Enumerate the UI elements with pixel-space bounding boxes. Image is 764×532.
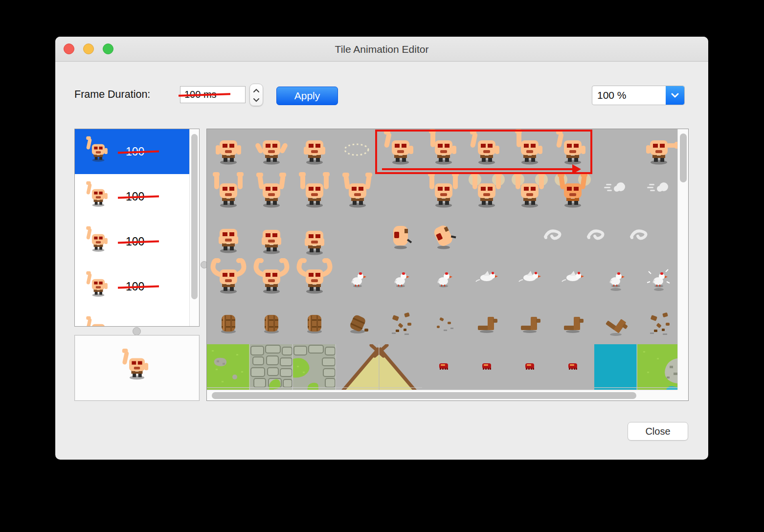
tile-barrel[interactable] xyxy=(293,301,336,344)
tile-chicken[interactable] xyxy=(422,258,465,301)
tile-chicken[interactable] xyxy=(336,258,379,301)
tile-grass[interactable] xyxy=(207,344,250,391)
tile-grassrock[interactable] xyxy=(637,344,678,391)
tile-barrel[interactable] xyxy=(207,301,250,344)
tile-bug[interactable] xyxy=(422,344,465,391)
barrel-sprite xyxy=(207,301,250,344)
tileset-row xyxy=(207,301,678,344)
tile-man-roll[interactable] xyxy=(379,215,422,258)
man-stand-sprite xyxy=(207,129,250,172)
man-curl2-sprite xyxy=(250,258,293,301)
tile-chicken[interactable] xyxy=(379,258,422,301)
tile-empty[interactable] xyxy=(336,215,379,258)
close-window-icon[interactable] xyxy=(64,44,74,54)
tile-stool[interactable] xyxy=(508,301,551,344)
tile-man-hunch[interactable] xyxy=(207,215,250,258)
barrel-broken-sprite xyxy=(336,301,379,344)
tile-man-up2[interactable] xyxy=(250,172,293,215)
tile-man-curl[interactable] xyxy=(207,258,250,301)
chicken-fly-sprite xyxy=(508,258,551,301)
preview-sprite xyxy=(118,348,156,388)
tile-stonegrass[interactable] xyxy=(293,344,336,391)
close-button[interactable]: Close xyxy=(628,422,688,441)
tile-man-up-glow[interactable] xyxy=(508,172,551,215)
zoom-window-icon[interactable] xyxy=(103,44,113,54)
tile-man-punch[interactable] xyxy=(637,129,678,172)
tile-man-curl[interactable] xyxy=(293,258,336,301)
chicken-sprite xyxy=(336,258,379,301)
tile-smoke-dash[interactable] xyxy=(637,172,678,215)
tile-chicken-fly[interactable] xyxy=(465,258,508,301)
frame-list-scrollbar-thumb[interactable] xyxy=(191,134,198,299)
frame-item[interactable]: 100 xyxy=(75,309,189,326)
tileset-hscrollbar[interactable] xyxy=(207,390,678,400)
tile-man-wide[interactable] xyxy=(250,129,293,172)
zoom-select[interactable]: 100 % xyxy=(592,86,685,105)
tile-stool[interactable] xyxy=(465,301,508,344)
tile-bug[interactable] xyxy=(465,344,508,391)
stepper-down-icon[interactable] xyxy=(253,95,259,104)
tile-smoke-dash[interactable] xyxy=(594,172,637,215)
tile-bug[interactable] xyxy=(508,344,551,391)
tile-chicken-flap[interactable] xyxy=(637,258,678,301)
apply-button[interactable]: Apply xyxy=(276,87,338,105)
smoke-dash-sprite xyxy=(637,172,678,215)
man-hunch2-sprite xyxy=(250,215,293,258)
tile-smoke-swirl[interactable] xyxy=(637,215,678,258)
tileset-row xyxy=(207,258,678,301)
tile-ellipse[interactable] xyxy=(336,129,379,172)
frame-item[interactable]: 100 xyxy=(75,174,189,219)
tile-chicken-fly[interactable] xyxy=(551,258,594,301)
tile-man-stand[interactable] xyxy=(207,129,250,172)
tile-man-up-glow[interactable] xyxy=(465,172,508,215)
tile-water[interactable] xyxy=(594,344,637,391)
tile-barrel-broken[interactable] xyxy=(336,301,379,344)
minimize-window-icon[interactable] xyxy=(83,44,94,54)
chevron-down-icon[interactable] xyxy=(666,86,684,105)
tile-chicken-fly[interactable] xyxy=(508,258,551,301)
tile-debris-sm[interactable] xyxy=(422,301,465,344)
man-up2-sprite xyxy=(336,172,379,215)
man-wave-sprite xyxy=(83,136,114,167)
tile-man-up-hot[interactable] xyxy=(551,172,594,215)
tile-empty[interactable] xyxy=(379,172,422,215)
tile-man-stand2[interactable] xyxy=(293,129,336,172)
tile-man-up[interactable] xyxy=(422,172,465,215)
man-hunch-sprite xyxy=(207,215,250,258)
tile-man-up2[interactable] xyxy=(336,172,379,215)
man-up-glow-sprite xyxy=(508,172,551,215)
tile-stool[interactable] xyxy=(551,301,594,344)
chicken-fly-sprite xyxy=(551,258,594,301)
tile-barrel[interactable] xyxy=(250,301,293,344)
tile-debris[interactable] xyxy=(637,301,678,344)
tile-man-crouch[interactable] xyxy=(293,215,336,258)
frame-duration-stepper[interactable] xyxy=(249,84,263,106)
man-wave-sprite xyxy=(83,271,114,302)
tile-stone[interactable] xyxy=(250,344,293,391)
tile-chicken-land[interactable] xyxy=(594,258,637,301)
tile-man-roll2[interactable] xyxy=(422,215,465,258)
tile-man-up[interactable] xyxy=(293,172,336,215)
stepper-up-icon[interactable] xyxy=(253,86,259,94)
frame-item[interactable]: 100 xyxy=(75,129,189,174)
man-up-sprite xyxy=(293,172,336,215)
tile-stool-tumble[interactable] xyxy=(594,301,637,344)
tileset-hscrollbar-thumb[interactable] xyxy=(212,392,636,399)
tile-man-hunch2[interactable] xyxy=(250,215,293,258)
frame-item[interactable]: 100 xyxy=(75,219,189,264)
tile-empty[interactable] xyxy=(594,129,637,172)
tile-man-curl2[interactable] xyxy=(250,258,293,301)
splitter-handle-horizontal[interactable] xyxy=(133,327,141,335)
tile-man-up[interactable] xyxy=(207,172,250,215)
tile-tent[interactable] xyxy=(336,344,422,391)
tileset-vscrollbar-thumb[interactable] xyxy=(680,133,687,182)
tileset-vscrollbar[interactable] xyxy=(677,129,688,391)
tile-empty[interactable] xyxy=(465,215,508,258)
tile-debris[interactable] xyxy=(379,301,422,344)
chicken-land-sprite xyxy=(594,258,637,301)
frame-thumbnail xyxy=(83,316,114,326)
frame-list-scrollbar[interactable] xyxy=(189,129,199,326)
debris-sprite xyxy=(379,301,422,344)
tile-bug[interactable] xyxy=(551,344,594,391)
frame-item[interactable]: 100 xyxy=(75,264,189,309)
